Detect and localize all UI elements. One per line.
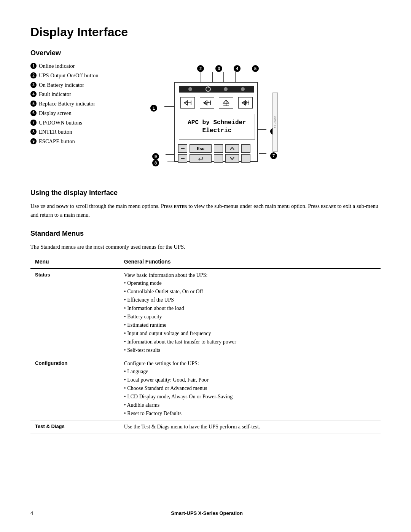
footer-page-number: 4: [30, 510, 33, 517]
diagram-num-8: 8: [152, 160, 159, 166]
table-row: Test & Diags Use the Test & Diags menu t…: [30, 420, 381, 433]
side-bar-text: su0343a: [273, 116, 277, 129]
diagram-side-text: su0343a: [272, 93, 278, 152]
list-item: 1 Online indicator: [30, 62, 129, 70]
indicator-label-3: On Battery indicator: [39, 81, 84, 89]
footer-title: Smart-UPS X-Series Operation: [33, 510, 381, 517]
indicator-label-4: Fault indicator: [39, 90, 71, 99]
icon-buttons-row: [178, 97, 255, 109]
list-item: Battery capacity: [124, 313, 376, 321]
list-item: Language: [124, 367, 376, 375]
diagram-num-3: 3: [215, 65, 222, 72]
apc-line1: APC by Schneider: [188, 119, 246, 127]
up-button[interactable]: [225, 144, 239, 153]
standard-menus-section: Standard Menus The Standard menus are th…: [30, 228, 381, 433]
enter-icon: [197, 156, 204, 161]
icon-btn-3[interactable]: [219, 97, 233, 109]
list-item: Information about the last transfer to b…: [124, 338, 376, 346]
list-item: 4 Fault indicator: [30, 90, 129, 99]
overview-section: Overview 1 Online indicator 2 UPS Output…: [30, 48, 381, 176]
indicator-dot-2: [224, 87, 228, 91]
arrow-up-icon: [222, 99, 230, 107]
checkmark-icon: [203, 99, 211, 107]
diagram-num-2: 2: [197, 65, 204, 72]
indicator-num-5: 5: [30, 101, 37, 107]
menu-functions-testdiags: Use the Test & Diags menu to have the UP…: [119, 420, 381, 433]
table-row: Status View basic information about the …: [30, 268, 381, 357]
footer: 4 Smart-UPS X-Series Operation: [0, 507, 411, 517]
bottom-btn-row2: [178, 154, 255, 163]
chevron-down-icon: [229, 156, 235, 161]
indicator-dot-3: [241, 87, 245, 91]
list-item: 7 UP/DOWN buttons: [30, 119, 129, 127]
dash-icon: [180, 146, 185, 151]
list-item: Choose Standard or Advanced menus: [124, 384, 376, 392]
list-item: 2 UPS Output On/Off button: [30, 72, 129, 80]
diagram-num-7: 7: [270, 152, 277, 159]
indicator-num-7: 7: [30, 120, 37, 126]
list-item: Estimated runtime: [124, 321, 376, 329]
apc-display-screen: APC by Schneider Electric: [179, 114, 255, 140]
line-decoration-left: [178, 144, 187, 153]
indicator-num-1: 1: [30, 63, 37, 69]
list-item: 5 Replace Battery indicator: [30, 100, 129, 108]
enter-button[interactable]: [190, 154, 212, 163]
list-item: Local power quality: Good, Fair, Poor: [124, 376, 376, 384]
using-section: Using the display interface Use up and d…: [30, 188, 381, 219]
list-item: Input and output voltage and frequency: [124, 329, 376, 337]
list-item: Operating mode: [124, 279, 376, 287]
ups-device-body: APC by Schneider Electric Esc: [174, 82, 258, 162]
indicator-num-3: 3: [30, 82, 37, 88]
diagram-num-1-label: 1: [150, 104, 157, 112]
col-functions: General Functions: [119, 256, 381, 268]
list-item: 8 ENTER button: [30, 128, 129, 136]
indicator-label-1: Online indicator: [39, 62, 75, 70]
line-decoration-right: [241, 144, 250, 153]
line-decoration-left2: [178, 154, 187, 163]
indicator-label-8: ENTER button: [39, 128, 72, 136]
list-item: Efficiency of the UPS: [124, 296, 376, 304]
overview-content: 1 Online indicator 2 UPS Output On/Off b…: [30, 62, 381, 176]
standard-menus-heading: Standard Menus: [30, 228, 381, 239]
list-item: Reset to Factory Defaults: [124, 409, 376, 417]
list-item: 9 ESCAPE button: [30, 137, 129, 146]
diagram-num-5: 5: [252, 65, 259, 72]
line-decoration-mid2: [214, 154, 223, 163]
dash-icon2: [180, 156, 185, 161]
indicator-label-7: UP/DOWN buttons: [39, 119, 82, 127]
power-button-icon: [206, 86, 211, 92]
list-item: LCD Display mode, Always On or Power-Sav…: [124, 393, 376, 401]
list-item: 6 Display screen: [30, 109, 129, 118]
list-item: Information about the load: [124, 304, 376, 312]
indicator-num-2: 2: [30, 72, 37, 78]
menu-table: Menu General Functions Status View basic…: [30, 256, 381, 433]
indicator-label-5: Replace Battery indicator: [39, 100, 95, 108]
indicator-label-2: UPS Output On/Off button: [39, 72, 98, 80]
indicator-bar: [179, 86, 254, 93]
using-body: Use up and down to scroll through the ma…: [30, 202, 381, 219]
down-button[interactable]: [225, 154, 239, 163]
diagram-num-7-label: 7: [270, 151, 277, 160]
indicator-dot-1: [188, 87, 192, 91]
menu-functions-status: View basic information about the UPS: Op…: [119, 268, 381, 357]
menu-name-config: Configuration: [30, 357, 119, 420]
ups-diagram: 2 3 4 5: [141, 62, 278, 176]
icon-btn-4[interactable]: [238, 97, 253, 109]
icon-btn-1[interactable]: [180, 97, 195, 109]
diagram-num-4: 4: [234, 65, 241, 72]
arrow-left-icon: [183, 99, 192, 107]
status-intro: View basic information about the UPS:: [124, 272, 208, 278]
list-item: 3 On Battery indicator: [30, 81, 129, 89]
icon-btn-2[interactable]: [200, 97, 214, 109]
indicator-num-8: 8: [30, 129, 37, 135]
using-heading: Using the display interface: [30, 188, 381, 198]
table-row: Configuration Configure the settings for…: [30, 357, 381, 420]
esc-button[interactable]: Esc: [190, 144, 212, 153]
config-intro: Configure the settings for the UPS:: [124, 361, 199, 366]
chevron-up-icon: [229, 146, 235, 151]
indicator-label-9: ESCAPE button: [39, 137, 75, 146]
page-title: Display Interface: [30, 23, 381, 41]
indicator-num-9: 9: [30, 138, 37, 144]
config-bullets: Language Local power quality: Good, Fair…: [124, 367, 376, 417]
col-menu: Menu: [30, 256, 119, 268]
